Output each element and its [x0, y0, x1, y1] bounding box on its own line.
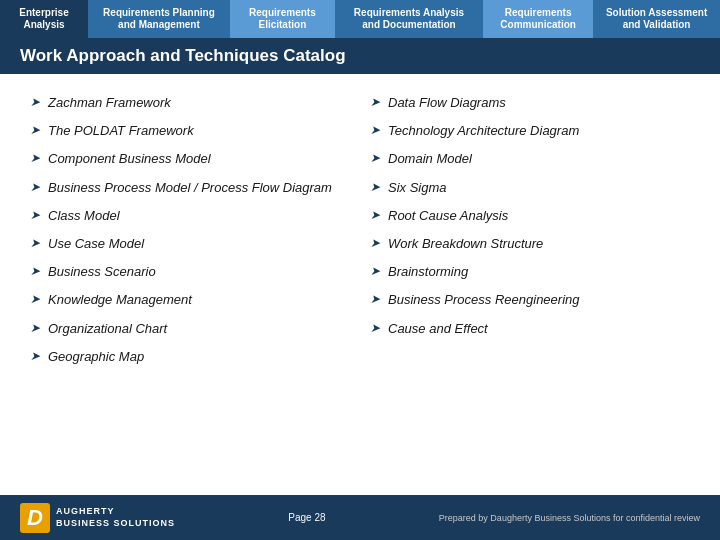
list-item: ➤Root Cause Analysis [370, 207, 690, 225]
bullet-icon: ➤ [30, 321, 40, 335]
bullet-icon: ➤ [370, 264, 380, 278]
list-item: ➤Geographic Map [30, 348, 350, 366]
bullet-icon: ➤ [30, 349, 40, 363]
bullet-icon: ➤ [30, 236, 40, 250]
bullet-icon: ➤ [30, 208, 40, 222]
nav-solution-assessment[interactable]: Solution Assessment and Validation [593, 0, 720, 38]
list-item: ➤Knowledge Management [30, 291, 350, 309]
bullet-icon: ➤ [30, 264, 40, 278]
bullet-icon: ➤ [370, 151, 380, 165]
nav-requirements-analysis[interactable]: Requirements Analysis and Documentation [335, 0, 483, 38]
footer: D AUGHERTYBUSINESS SOLUTIONS Page 28 Pre… [0, 495, 720, 540]
list-item: ➤Zachman Framework [30, 94, 350, 112]
bullet-icon: ➤ [370, 95, 380, 109]
list-item: ➤Class Model [30, 207, 350, 225]
bullet-icon: ➤ [370, 123, 380, 137]
list-item: ➤Work Breakdown Structure [370, 235, 690, 253]
list-item: ➤Data Flow Diagrams [370, 94, 690, 112]
logo-text: AUGHERTYBUSINESS SOLUTIONS [56, 506, 175, 529]
list-item: ➤Use Case Model [30, 235, 350, 253]
bullet-icon: ➤ [30, 123, 40, 137]
bullet-icon: ➤ [30, 95, 40, 109]
footer-page-label: Page 28 [288, 512, 325, 523]
nav-requirements-communication[interactable]: Requirements Communication [483, 0, 593, 38]
bullet-icon: ➤ [370, 236, 380, 250]
bullet-icon: ➤ [370, 292, 380, 306]
list-item: ➤Cause and Effect [370, 320, 690, 338]
bullet-icon: ➤ [370, 321, 380, 335]
right-column: ➤Data Flow Diagrams➤Technology Architect… [370, 94, 690, 376]
bullet-icon: ➤ [30, 180, 40, 194]
nav-requirements-elicitation[interactable]: Requirements Elicitation [230, 0, 335, 38]
footer-logo: D AUGHERTYBUSINESS SOLUTIONS [20, 503, 175, 533]
list-item: ➤The POLDAT Framework [30, 122, 350, 140]
list-item: ➤Component Business Model [30, 150, 350, 168]
bullet-icon: ➤ [30, 151, 40, 165]
list-item: ➤Brainstorming [370, 263, 690, 281]
list-item: ➤Business Process Reengineering [370, 291, 690, 309]
bullet-icon: ➤ [370, 208, 380, 222]
bullet-icon: ➤ [30, 292, 40, 306]
list-item: ➤Six Sigma [370, 179, 690, 197]
main-content: ➤Zachman Framework➤The POLDAT Framework➤… [0, 74, 720, 376]
top-navigation: Enterprise Analysis Requirements Plannin… [0, 0, 720, 38]
page-title: Work Approach and Techniques Catalog [0, 38, 720, 74]
nav-requirements-planning[interactable]: Requirements Planning and Management [88, 0, 230, 38]
list-item: ➤Organizational Chart [30, 320, 350, 338]
nav-enterprise-analysis[interactable]: Enterprise Analysis [0, 0, 88, 38]
footer-prepared-by: Prepared by Daugherty Business Solutions… [439, 513, 700, 523]
bullet-icon: ➤ [370, 180, 380, 194]
list-item: ➤Technology Architecture Diagram [370, 122, 690, 140]
logo-letter: D [20, 503, 50, 533]
list-item: ➤Business Scenario [30, 263, 350, 281]
list-item: ➤Domain Model [370, 150, 690, 168]
left-column: ➤Zachman Framework➤The POLDAT Framework➤… [30, 94, 350, 376]
list-item: ➤Business Process Model / Process Flow D… [30, 179, 350, 197]
